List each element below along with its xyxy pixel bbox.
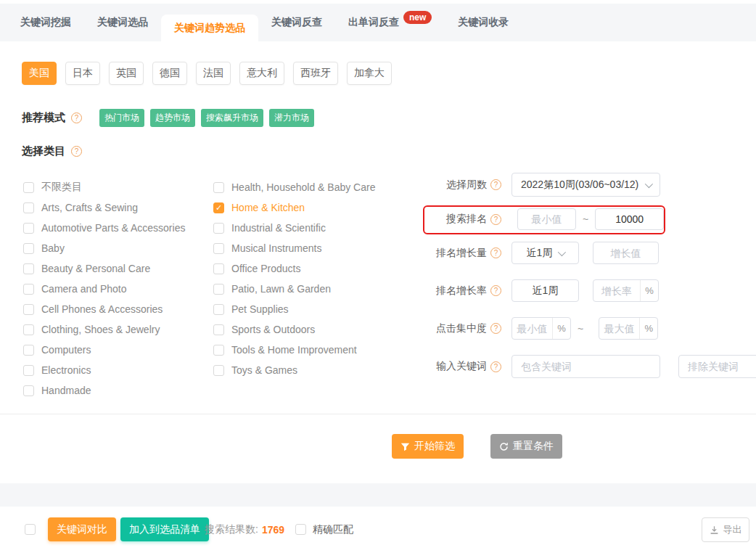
checkbox[interactable] — [213, 243, 224, 254]
category-pet-supplies[interactable]: Pet Supplies — [213, 299, 375, 319]
category-patio-lawn-garden[interactable]: Patio, Lawn & Garden — [213, 279, 375, 299]
tab-keyword-indexing[interactable]: 关键词收录 — [445, 4, 522, 41]
checkbox[interactable] — [23, 304, 34, 315]
exact-match-checkbox[interactable] — [295, 524, 306, 535]
help-icon[interactable] — [490, 361, 501, 372]
tab-keyword-reverse-lookup[interactable]: 关键词反查 — [258, 4, 335, 41]
rank-growth-period-value: 近1周 — [527, 247, 553, 260]
checkbox[interactable] — [23, 243, 34, 254]
category-health-household[interactable]: Health, Household & Baby Care — [213, 177, 375, 197]
checkbox[interactable] — [23, 263, 34, 274]
checkbox[interactable] — [23, 345, 34, 356]
help-icon[interactable] — [71, 146, 82, 157]
tag-search-surge-market[interactable]: 搜索飙升市场 — [201, 109, 263, 127]
rank-growth-period-select[interactable]: 近1周 — [511, 242, 579, 264]
country-italy[interactable]: 意大利 — [239, 62, 284, 85]
country-japan[interactable]: 日本 — [65, 62, 100, 85]
checkbox[interactable] — [23, 202, 34, 213]
category-cell-phones[interactable]: Cell Phones & Accessories — [23, 299, 185, 319]
checkbox[interactable] — [23, 182, 34, 193]
country-usa[interactable]: 美国 — [22, 62, 57, 85]
select-all-checkbox[interactable] — [25, 524, 36, 535]
category-beauty-personal-care[interactable]: Beauty & Personal Care — [23, 258, 185, 279]
category-handmade[interactable]: Handmade — [23, 380, 185, 401]
country-germany[interactable]: 德国 — [152, 62, 187, 85]
category-home-kitchen[interactable]: Home & Kitchen — [213, 197, 375, 218]
tab-keyword-mining[interactable]: 关键词挖掘 — [7, 4, 84, 41]
reset-conditions-button[interactable]: 重置条件 — [490, 434, 562, 459]
country-spain[interactable]: 西班牙 — [293, 62, 338, 85]
help-icon[interactable] — [490, 214, 501, 225]
help-icon[interactable] — [490, 179, 501, 190]
checkbox[interactable] — [213, 284, 224, 295]
include-keyword-input[interactable] — [511, 355, 660, 378]
checkbox[interactable] — [213, 365, 224, 376]
category-clothing-shoes-jewelry[interactable]: Clothing, Shoes & Jewelry — [23, 319, 185, 340]
checkbox[interactable] — [23, 223, 34, 234]
checkbox[interactable] — [213, 304, 224, 315]
click-concentration-row: 点击集中度 % ~ % — [423, 317, 658, 340]
checkbox[interactable] — [213, 182, 224, 193]
category-arts-crafts-sewing[interactable]: Arts, Crafts & Sewing — [23, 197, 185, 218]
country-uk[interactable]: 英国 — [109, 62, 144, 85]
week-select[interactable]: 2022第10周(03/06~03/12) — [511, 173, 660, 197]
tag-trend-market[interactable]: 趋势市场 — [150, 109, 195, 127]
exact-match-toggle[interactable]: 精确匹配 — [295, 517, 353, 541]
category-office-products[interactable]: Office Products — [213, 258, 375, 279]
percent-suffix: % — [640, 280, 658, 301]
category-computers[interactable]: Computers — [23, 340, 185, 360]
checkbox[interactable] — [23, 284, 34, 295]
click-concentration-min-group: % — [511, 317, 571, 340]
category-electronics[interactable]: Electronics — [23, 360, 185, 380]
rank-growth-rate-input[interactable] — [593, 285, 640, 297]
checkbox[interactable] — [23, 385, 34, 396]
rank-growth-rate-period-select[interactable]: 近1周 — [511, 279, 579, 302]
category-toys-games[interactable]: Toys & Games — [213, 360, 375, 380]
search-rank-min-input[interactable] — [517, 208, 576, 230]
results-label: 搜索结果数: — [205, 523, 258, 536]
checkbox[interactable] — [213, 223, 224, 234]
click-concentration-max-input[interactable] — [599, 323, 639, 335]
tab-label: 关键词反查 — [271, 16, 322, 29]
category-industrial-scientific[interactable]: Industrial & Scientific — [213, 218, 375, 238]
tag-potential-market[interactable]: 潜力市场 — [269, 109, 314, 127]
refresh-icon — [499, 442, 509, 451]
click-concentration-min-input[interactable] — [512, 323, 552, 335]
checkbox[interactable] — [213, 345, 224, 356]
category-musical-instruments[interactable]: Musical Instruments — [213, 238, 375, 258]
keyword-compare-button[interactable]: 关键词对比 — [48, 517, 116, 541]
help-icon[interactable] — [71, 112, 82, 123]
start-filter-button[interactable]: 开始筛选 — [392, 434, 464, 459]
country-france[interactable]: 法国 — [196, 62, 231, 85]
tab-keyword-trend-selection[interactable]: 关键词趋势选品 — [161, 15, 258, 41]
add-to-selection-list-button[interactable]: 加入到选品清单 — [120, 517, 209, 541]
country-canada[interactable]: 加拿大 — [347, 62, 392, 85]
checkbox[interactable] — [23, 365, 34, 376]
exact-match-label: 精确匹配 — [313, 523, 353, 536]
filter-funnel-icon — [400, 442, 410, 451]
category-tools-home-improvement[interactable]: Tools & Home Improvement — [213, 340, 375, 360]
checkbox[interactable] — [213, 324, 224, 335]
search-rank-max-input[interactable] — [595, 208, 664, 230]
help-icon[interactable] — [490, 323, 501, 334]
help-icon[interactable] — [490, 285, 501, 296]
category-unlimited[interactable]: 不限类目 — [23, 177, 185, 197]
category-automotive[interactable]: Automotive Parts & Accessories — [23, 218, 185, 238]
category-sports-outdoors[interactable]: Sports & Outdoors — [213, 319, 375, 340]
category-baby[interactable]: Baby — [23, 238, 185, 258]
percent-suffix: % — [639, 318, 657, 339]
category-camera-photo[interactable]: Camera and Photo — [23, 279, 185, 299]
exclude-keyword-input[interactable] — [678, 355, 756, 378]
tab-keyword-selection[interactable]: 关键词选品 — [84, 4, 161, 41]
download-icon — [710, 525, 719, 535]
help-icon[interactable] — [490, 247, 501, 258]
checkbox-checked[interactable] — [213, 202, 224, 213]
tag-hot-market[interactable]: 热门市场 — [99, 109, 144, 127]
percent-suffix: % — [552, 318, 570, 339]
export-button[interactable]: 导出 — [702, 517, 749, 542]
rank-growth-value-input[interactable] — [593, 242, 659, 264]
checkbox[interactable] — [213, 263, 224, 274]
checkbox[interactable] — [23, 324, 34, 335]
tab-order-word-reverse-lookup[interactable]: 出单词反查 new — [335, 4, 445, 41]
keyword-input-label: 输入关键词 — [436, 360, 487, 373]
